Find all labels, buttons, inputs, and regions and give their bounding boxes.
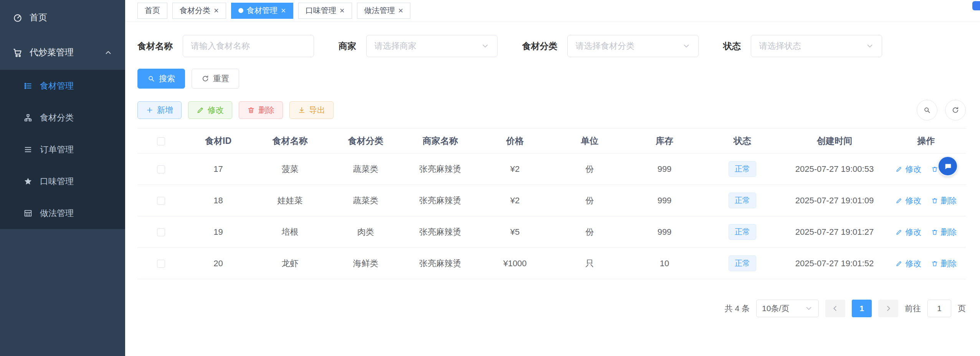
cell-unit: 份	[552, 153, 627, 185]
refresh-icon	[952, 106, 959, 114]
table-toolbar: 新增 修改 删除 导出	[137, 100, 966, 120]
row-checkbox[interactable]	[157, 228, 165, 236]
cell-unit: 份	[552, 216, 627, 248]
page-content: 食材名称 商家 请选择商家 食材分类 请选择食材分类	[125, 21, 980, 317]
close-icon[interactable]: ×	[340, 7, 345, 15]
sidebar-item-label: 首页	[30, 12, 47, 23]
export-button[interactable]: 导出	[289, 101, 334, 119]
row-checkbox[interactable]	[157, 260, 165, 268]
pagination: 共 4 条 10条/页 1 前	[137, 300, 966, 317]
cell-category: 海鲜类	[328, 248, 403, 279]
list-lines-icon	[24, 145, 32, 154]
row-delete-label: 删除	[941, 258, 957, 269]
tab-ingredient-management[interactable]: 食材管理 ×	[231, 3, 293, 19]
page-size-value: 10条/页	[762, 303, 789, 314]
table-row[interactable]: 20 龙虾 海鲜类 张亮麻辣烫 ¥1000 只 10 正常 2025-07-27…	[137, 248, 966, 279]
toggle-search-button[interactable]	[917, 100, 937, 120]
table-grid-icon	[24, 209, 32, 218]
row-delete-button[interactable]: 删除	[931, 258, 957, 269]
column-header-actions: 操作	[886, 129, 966, 153]
sidebar-item-label: 口味管理	[40, 176, 74, 187]
dashboard-icon	[13, 13, 23, 23]
add-button-label: 新增	[157, 105, 173, 115]
sidebar-item-ingredient-category[interactable]: 食材分类	[0, 102, 125, 134]
sidebar-item-dishes-management[interactable]: 代炒菜管理	[0, 35, 125, 70]
row-checkbox[interactable]	[157, 197, 165, 205]
current-page-button[interactable]: 1	[852, 300, 872, 317]
ingredient-name-label: 食材名称	[137, 40, 173, 52]
download-icon	[298, 106, 306, 114]
floating-widget-button[interactable]	[939, 157, 957, 175]
filter-group-status: 状态 请选择状态	[723, 35, 882, 57]
sidebar-item-ingredient-management[interactable]: 食材管理	[0, 70, 125, 102]
sidebar-item-label: 做法管理	[40, 208, 74, 219]
filter-group-category: 食材分类 请选择食材分类	[522, 35, 699, 57]
sidebar-item-order-management[interactable]: 订单管理	[0, 134, 125, 165]
app-window: 首页 代炒菜管理 食材管理 食材分类	[0, 0, 980, 356]
edit-icon	[895, 165, 903, 173]
cell-price: ¥1000	[478, 248, 552, 279]
status-badge: 正常	[729, 161, 756, 177]
chevron-down-icon	[866, 42, 874, 50]
table-row[interactable]: 17 菠菜 蔬菜类 张亮麻辣烫 ¥2 份 999 正常 2025-07-27 1…	[137, 153, 966, 185]
edit-button[interactable]: 修改	[188, 101, 232, 119]
edit-icon	[895, 228, 903, 236]
category-select[interactable]: 请选择食材分类	[567, 35, 699, 57]
row-edit-button[interactable]: 修改	[895, 227, 921, 237]
sidebar-item-home[interactable]: 首页	[0, 0, 125, 35]
table-row[interactable]: 19 培根 肉类 张亮麻辣烫 ¥5 份 999 正常 2025-07-27 19…	[137, 216, 966, 248]
row-edit-button[interactable]: 修改	[895, 195, 921, 206]
search-button[interactable]: 搜索	[137, 69, 185, 89]
row-edit-button[interactable]: 修改	[895, 164, 921, 175]
chevron-down-icon	[805, 304, 813, 313]
cell-name: 菠菜	[252, 153, 328, 185]
edit-icon	[895, 197, 903, 204]
column-header-id: 食材ID	[185, 129, 252, 153]
sidebar-item-label: 代炒菜管理	[30, 46, 74, 58]
cell-merchant: 张亮麻辣烫	[403, 248, 478, 279]
select-all-checkbox[interactable]	[157, 137, 165, 145]
sidebar-item-label: 订单管理	[40, 144, 74, 155]
row-delete-button[interactable]: 删除	[931, 227, 957, 237]
ingredient-name-input[interactable]	[183, 35, 314, 57]
chevron-down-icon	[682, 42, 691, 50]
search-actions: 搜索 重置	[137, 69, 966, 89]
page-size-select[interactable]: 10条/页	[756, 300, 819, 317]
prev-page-button[interactable]	[825, 300, 845, 317]
row-edit-label: 修改	[905, 195, 921, 206]
corner-widget[interactable]	[972, 1, 980, 10]
trash-icon	[247, 106, 255, 114]
tab-home[interactable]: 首页	[137, 3, 167, 19]
column-header-stock: 库存	[627, 129, 702, 153]
sidebar-item-method-management[interactable]: 做法管理	[0, 197, 125, 229]
tab-flavor-management[interactable]: 口味管理 ×	[298, 3, 352, 19]
status-label: 状态	[723, 40, 741, 52]
merchant-select[interactable]: 请选择商家	[366, 35, 497, 57]
tab-label: 食材分类	[180, 5, 210, 16]
tab-ingredient-category[interactable]: 食材分类 ×	[172, 3, 226, 19]
goto-page-input[interactable]	[927, 300, 951, 317]
close-icon[interactable]: ×	[398, 7, 403, 15]
refresh-table-button[interactable]	[945, 100, 966, 120]
reset-button[interactable]: 重置	[192, 69, 239, 89]
sidebar-item-flavor-management[interactable]: 口味管理	[0, 165, 125, 197]
select-placeholder: 请选择商家	[374, 40, 481, 52]
cart-icon	[13, 48, 23, 58]
cell-merchant: 张亮麻辣烫	[403, 153, 478, 185]
row-checkbox[interactable]	[157, 165, 165, 173]
table-row[interactable]: 18 娃娃菜 蔬菜类 张亮麻辣烫 ¥2 份 999 正常 2025-07-27 …	[137, 185, 966, 216]
row-edit-button[interactable]: 修改	[895, 258, 921, 269]
delete-button[interactable]: 删除	[239, 101, 283, 119]
status-select[interactable]: 请选择状态	[751, 35, 882, 57]
cell-unit: 只	[552, 248, 627, 279]
add-button[interactable]: 新增	[137, 101, 182, 119]
cell-created: 2025-07-27 19:01:52	[783, 248, 886, 279]
star-icon	[24, 177, 32, 186]
next-page-button[interactable]	[878, 300, 898, 317]
tab-label: 口味管理	[306, 5, 336, 16]
row-delete-label: 删除	[941, 195, 957, 206]
row-delete-button[interactable]: 删除	[931, 195, 957, 206]
close-icon[interactable]: ×	[281, 7, 286, 15]
close-icon[interactable]: ×	[214, 7, 219, 15]
tab-method-management[interactable]: 做法管理 ×	[357, 3, 411, 19]
